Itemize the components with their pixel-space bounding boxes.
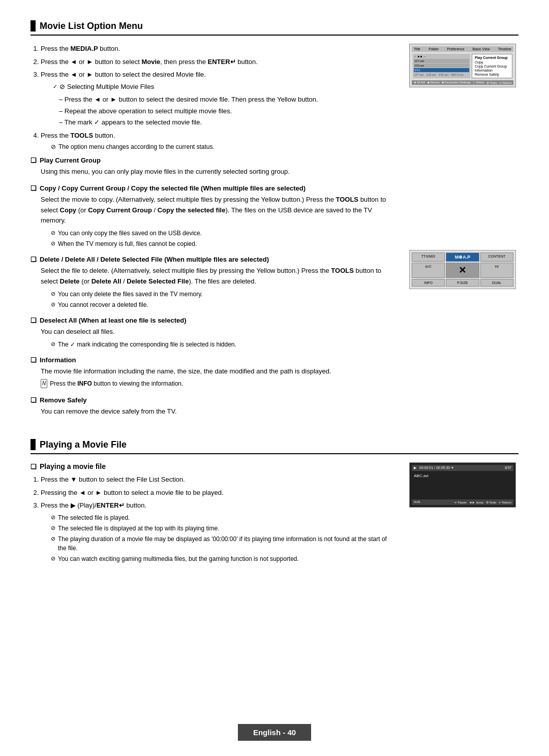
delete-note-1: You can only delete the files saved in t… <box>51 290 396 299</box>
subsection-remove-safely: Remove Safely You can remove the device … <box>30 396 396 417</box>
movie-list-main-content: Press the MEDIA.P button. Press the ◄ or… <box>30 44 396 424</box>
info-note-text: Press the INFO button to viewing the inf… <box>50 379 183 389</box>
footer-badge: English - 40 <box>238 724 311 741</box>
playing-screenshot-col: ▶ 00:00:01 / 00:05:30 ✦ 3/37 ABC.avi SUN… <box>407 462 518 569</box>
main-steps-list: Press the MEDIA.P button. Press the ◄ or… <box>41 44 396 151</box>
step-1: Press the MEDIA.P button. <box>41 44 396 54</box>
copy-note-1: You can only copy the files saved on the… <box>51 229 396 238</box>
section-playing-movie: Playing a Movie File Playing a movie fil… <box>30 439 518 569</box>
tv-screen-movie-list: TitleFolderPreferenceBasic ViewTimeline … <box>409 44 516 87</box>
screenshots-column: TitleFolderPreferenceBasic ViewTimeline … <box>407 44 518 424</box>
subsection-information: Information The movie file information i… <box>30 356 396 389</box>
playing-note-2: The selected file is displayed at the to… <box>51 524 396 533</box>
step-3: Press the ◄ or ► button to select the de… <box>41 70 396 128</box>
playing-screen: ▶ 00:00:01 / 00:05:30 ✦ 3/37 ABC.avi SUN… <box>409 462 516 508</box>
subsection-body-play-current-group: Using this menu, you can only play movie… <box>41 167 396 177</box>
playing-step-1: Press the ▼ button to select the File Li… <box>41 475 396 485</box>
section-title-playing-movie: Playing a Movie File <box>30 439 518 454</box>
subsection-play-current-group: Play Current Group Using this menu, you … <box>30 156 396 177</box>
subsection-title-play-current-group: Play Current Group <box>30 156 396 164</box>
subsection-body-deselect-all: You can deselect all files. The ✓ mark i… <box>41 327 396 349</box>
btn-grid: TTX/MIX M⊕A.P CONTENT ⊘/C ✕ HI INFO P.SI… <box>409 250 516 289</box>
playing-step-3: Press the ▶ (Play)/ENTER↵ button. The se… <box>41 500 396 563</box>
page-footer: English - 40 <box>0 724 549 741</box>
playing-note-1: The selected file is played. <box>51 513 396 522</box>
tv-bottom-bar: ◄ DLNA■ Device■ Favourites Settings□ Sel… <box>412 80 513 85</box>
delete-note-2: You cannot recover a deleted file. <box>51 300 396 309</box>
copy-note-2: When the TV memory is full, files cannot… <box>51 239 396 248</box>
btn-content: CONTENT <box>480 253 513 262</box>
subsection-title-remove-safely: Remove Safely <box>30 396 396 404</box>
step-2: Press the ◄ or ► button to select Movie,… <box>41 57 396 67</box>
info-note-icon: N <box>41 379 47 388</box>
btn-mediap: M⊕A.P <box>446 253 479 262</box>
playing-step-2: Pressing the ◄ or ► button to select a m… <box>41 488 396 498</box>
btn-psize: P.SIZE <box>446 279 479 287</box>
playing-top-bar: ▶ 00:00:01 / 00:05:30 ✦ 3/37 <box>412 465 513 471</box>
btn-hi: HI <box>480 263 513 278</box>
playing-filename: ABC.avi <box>412 472 513 479</box>
button-grid-area: TTX/MIX M⊕A.P CONTENT ⊘/C ✕ HI INFO P.SI… <box>409 250 516 289</box>
subsection-title-delete: Delete / Delete All / Delete Selected Fi… <box>30 256 396 263</box>
subsection-body-copy: Select the movie to copy. (Alternatively… <box>41 195 396 248</box>
subsection-deselect-all: Deselect All (When at least one file is … <box>30 317 396 349</box>
subsection-title-deselect-all: Deselect All (When at least one file is … <box>30 317 396 324</box>
step3-dash-2: Repeat the above operation to select mul… <box>59 106 396 116</box>
playing-main-content: Playing a movie file Press the ▼ button … <box>30 462 396 569</box>
subsection-copy: Copy / Copy Current Group / Copy the sel… <box>30 184 396 248</box>
step-4: Press the TOOLS button. ⊘ The option men… <box>41 131 396 152</box>
btn-arrow: ✕ <box>446 263 479 278</box>
section-title-movie-list: Movie List Option Menu <box>30 20 518 36</box>
subsection-body-delete: Select the file to delete. (Alternativel… <box>41 266 396 309</box>
step3-dash-3: The mark ✓ appears to the selected movie… <box>59 117 396 128</box>
playing-note-4: You can watch exciting gaming multimedia… <box>51 554 396 563</box>
step3-dash-1: Press the ◄ or ► button to select the de… <box>59 94 396 105</box>
deselect-note-1: The ✓ mark indicating the corresponding … <box>51 340 396 349</box>
subsection-title-information: Information <box>30 356 396 364</box>
subsection-body-information: The movie file information including the… <box>41 366 396 389</box>
btn-info: INFO <box>412 279 445 287</box>
step3-note: ⊘ Selecting Multiple Movie Files <box>53 82 396 92</box>
playing-bottom-bar: SUN ↵ Pause ◄► Jump ⚙ Tools ↩ Return <box>412 499 513 505</box>
playing-steps-list: Press the ▼ button to select the File Li… <box>41 475 396 563</box>
btn-ttxmix: TTX/MIX <box>412 253 445 262</box>
subsection-body-remove-safely: You can remove the device safely from th… <box>41 406 396 417</box>
playing-subtitle: Playing a movie file <box>30 462 396 470</box>
subsection-delete: Delete / Delete All / Delete Selected Fi… <box>30 256 396 309</box>
playing-note-3: The playing duration of a movie file may… <box>51 534 396 553</box>
btn-cc: ⊘/C <box>412 263 445 278</box>
btn-dual: DUAL <box>480 279 513 287</box>
tv-screen-header: TitleFolderPreferenceBasic ViewTimeline <box>412 46 513 52</box>
subsection-title-copy: Copy / Copy Current Group / Copy the sel… <box>30 184 396 192</box>
section-movie-list-option-menu: Movie List Option Menu Press the MEDIA.P… <box>30 20 518 424</box>
